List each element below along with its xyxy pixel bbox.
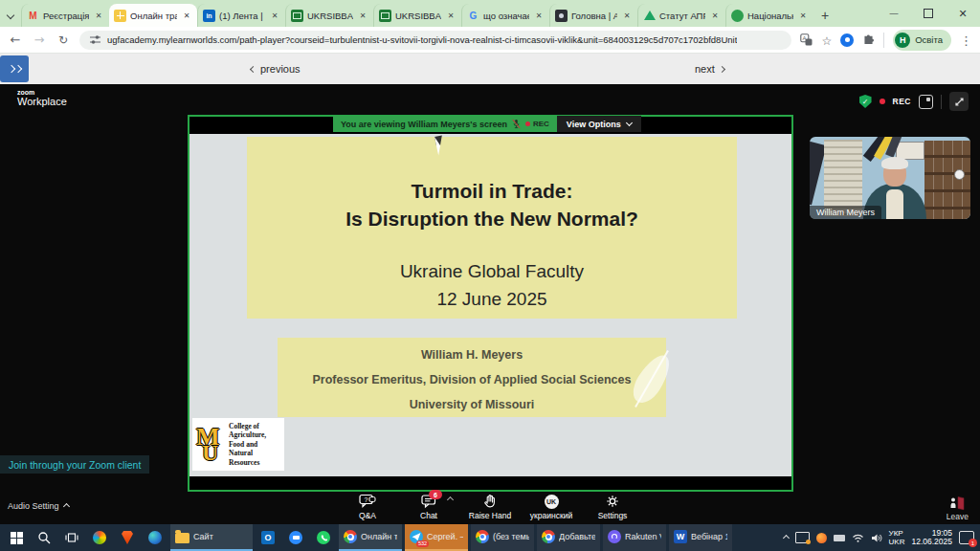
view-options-label: View Options <box>567 120 621 129</box>
whatsapp-icon[interactable] <box>311 524 336 551</box>
previous-button[interactable]: previous <box>251 54 301 84</box>
tab-close-icon[interactable] <box>357 10 368 21</box>
brave-browser-icon[interactable] <box>115 524 140 551</box>
forward-icon[interactable] <box>32 33 47 47</box>
tab-close-icon[interactable] <box>93 10 104 21</box>
tab-label: UKRSIBBANK <box>395 11 441 21</box>
search-button[interactable] <box>32 524 56 551</box>
notification-badge: 1 <box>969 539 977 547</box>
taskbar-window-file-explorer[interactable]: Сайт <box>170 524 253 551</box>
taskbar-window-telegram[interactable]: 532 Сергей. – (5... <box>405 524 468 551</box>
browser-tab-ukrsibbank-2[interactable]: UKRSIBBANK <box>373 4 461 27</box>
date: 12.06.2025 <box>911 538 952 547</box>
tab-close-icon[interactable] <box>533 10 545 21</box>
security-shield-icon[interactable] <box>859 95 872 108</box>
sidebar-expand-button[interactable] <box>0 55 29 82</box>
browser-tab-golovna[interactable]: Головна | Ак <box>549 4 637 27</box>
svg-text:A: A <box>803 35 807 41</box>
view-options-button[interactable]: View Options <box>557 116 641 132</box>
taskbar-window-viber[interactable]: Rakuten Vib... <box>603 524 666 551</box>
chat-button[interactable]: 6 Chat <box>405 494 453 520</box>
reload-icon[interactable] <box>56 33 71 47</box>
tab-close-icon[interactable] <box>445 10 457 21</box>
extensions-puzzle-icon[interactable] <box>862 33 875 46</box>
tab-label: Статут АПРО <box>659 11 705 21</box>
bank-icon <box>291 10 303 22</box>
language-indicator[interactable]: УКР UKR <box>889 529 905 546</box>
telegram-badge: 532 <box>416 540 429 547</box>
tab-label: що означає <box>483 11 529 21</box>
network-icon[interactable] <box>852 533 864 542</box>
task-view-button[interactable] <box>59 524 84 551</box>
fullscreen-button[interactable] <box>949 92 969 111</box>
tab-close-icon[interactable] <box>621 10 633 21</box>
chat-caret-icon[interactable] <box>447 496 454 503</box>
gear-icon <box>605 494 620 509</box>
start-button[interactable] <box>4 524 29 551</box>
slide-subtitle-line1: Ukraine Global Faculty <box>247 257 737 285</box>
tab-close-icon[interactable] <box>797 10 809 21</box>
edge-browser-icon[interactable] <box>143 524 167 551</box>
viber-icon <box>608 530 621 543</box>
participant-video-thumbnail[interactable]: William Meyers <box>810 137 970 219</box>
window-title: Сергей. – (5... <box>427 532 463 541</box>
orange-tray-icon[interactable] <box>816 533 827 543</box>
mu-logo-mark: M U <box>194 423 227 467</box>
taskbar-window-word[interactable]: Вебінар 12 ... <box>669 524 732 551</box>
browser-tab-gmail[interactable]: Реєстрація н <box>21 4 109 27</box>
outlook-icon[interactable] <box>256 524 280 551</box>
raise-hand-icon <box>482 494 498 509</box>
copilot-icon[interactable] <box>87 524 112 551</box>
maximize-button[interactable] <box>911 0 946 27</box>
qa-button[interactable]: ? Q&A <box>344 494 391 520</box>
browser-tab-online-translation[interactable]: Онлайн тран <box>109 4 197 27</box>
volume-icon[interactable] <box>871 533 882 543</box>
window-title: Добавьте к... <box>559 532 595 541</box>
recording-dot <box>880 99 885 104</box>
notification-center-icon[interactable]: 1 <box>959 531 974 544</box>
taskbar-clock[interactable]: 19:05 12.06.2025 <box>911 529 952 547</box>
new-tab-button[interactable] <box>813 4 836 27</box>
view-layout-icon[interactable] <box>919 95 933 109</box>
browser-tab-statut[interactable]: Статут АПРО <box>637 4 725 27</box>
extension-icon[interactable] <box>840 33 854 47</box>
browser-tab-bar: Реєстрація н Онлайн тран (1) Лента | Li … <box>0 0 980 27</box>
tab-label: UKRSIBBANK <box>307 11 353 21</box>
bank-icon <box>379 10 391 22</box>
divider <box>941 95 942 109</box>
minimize-button[interactable] <box>877 0 911 27</box>
translate-icon[interactable]: A <box>800 33 813 46</box>
profile-chip[interactable]: H Освіта <box>893 30 951 51</box>
tab-close-icon[interactable] <box>709 10 721 21</box>
zoom-meeting-area: zoom Workplace REC You are viewing Willi… <box>0 84 980 524</box>
taskbar-window-chrome-1[interactable]: Онлайн тра... <box>339 524 402 551</box>
close-button[interactable] <box>946 0 980 27</box>
leave-button[interactable]: Leave <box>947 496 969 521</box>
tab-search-chevron-icon[interactable] <box>0 4 21 27</box>
workplace-logo-text: Workplace <box>17 97 67 107</box>
bookmark-star-icon[interactable] <box>821 32 832 49</box>
tab-close-icon[interactable] <box>269 10 280 21</box>
browser-tab-ukrsibbank-1[interactable]: UKRSIBBANK <box>285 4 373 27</box>
tab-close-icon[interactable] <box>181 10 192 21</box>
taskbar-window-chrome-3[interactable]: Добавьте к... <box>537 524 600 551</box>
url-field[interactable]: ugfacademy.mylearnworlds.com/path-player… <box>79 31 791 50</box>
settings-button[interactable]: Settings <box>589 494 636 520</box>
browser-menu-icon[interactable] <box>960 32 972 49</box>
browser-tab-national[interactable]: Національн <box>725 4 813 27</box>
screen-share-tray-icon[interactable] <box>795 532 810 543</box>
bookshelf <box>924 141 970 219</box>
back-icon[interactable] <box>8 33 23 47</box>
hidden-icons-chevron[interactable] <box>783 534 790 540</box>
browser-tab-linkedin[interactable]: (1) Лента | Li <box>197 4 285 27</box>
device-tray-icon[interactable] <box>834 535 845 541</box>
taskbar-window-chrome-2[interactable]: (без темы) ... <box>471 524 534 551</box>
tab-label: Головна | Ак <box>571 11 617 21</box>
next-button[interactable]: next <box>695 54 724 84</box>
browser-tab-google-search[interactable]: що означає <box>461 4 549 27</box>
interpretation-button[interactable]: UK украинский <box>527 495 575 520</box>
zoom-app-icon[interactable] <box>283 524 308 551</box>
svg-text:?: ? <box>365 496 368 503</box>
zoom-header-controls: REC <box>859 92 969 111</box>
raise-hand-button[interactable]: Raise Hand <box>466 494 514 520</box>
